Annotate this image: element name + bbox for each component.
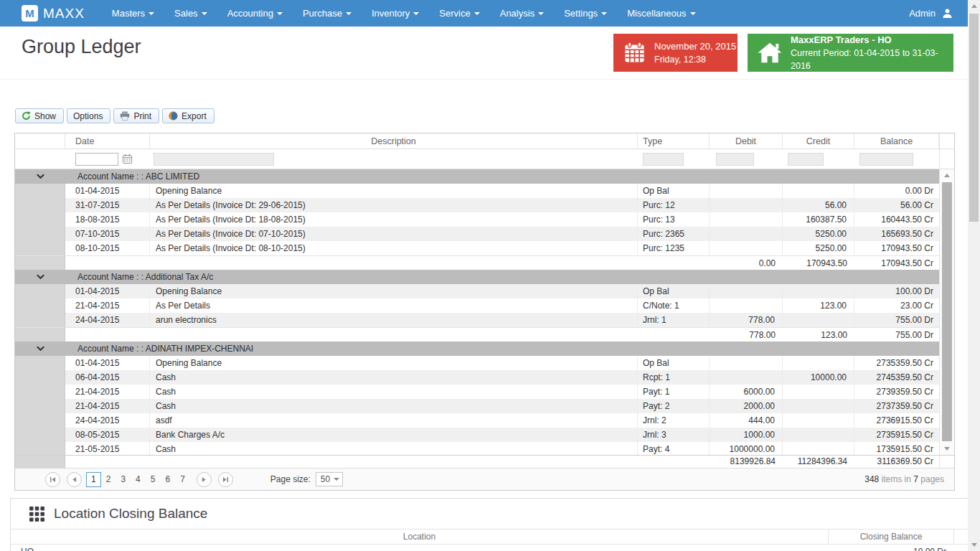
nav-item-sales[interactable]: Sales <box>164 0 217 27</box>
cell-credit: 5250.00 <box>783 227 854 241</box>
ledger-row[interactable]: 18-08-2015As Per Details (Invoice Dt: 18… <box>15 212 939 227</box>
ledger-row[interactable]: 24-04-2015arun electronicsJrnl: 1778.007… <box>15 313 939 327</box>
location-row[interactable]: HO10.00 Dr <box>11 545 969 551</box>
items-summary: 348 items in 7 pages <box>864 474 944 484</box>
cell-desc: As Per Details <box>150 298 638 313</box>
group-header-row[interactable]: Account Name : : Additional Tax A/c <box>15 270 939 284</box>
cell-expand <box>15 313 65 327</box>
cell-date: 18-08-2015 <box>65 212 150 227</box>
last-page-button[interactable] <box>218 472 233 487</box>
page-number-2[interactable]: 2 <box>101 472 116 487</box>
page-number-1[interactable]: 1 <box>86 472 101 487</box>
cell-debit: 6000.00 <box>710 385 783 399</box>
ledger-row[interactable]: 01-04-2015Opening BalanceOp Bal0.00 Dr <box>15 184 939 198</box>
ledger-row[interactable]: 21-04-2015As Per DetailsC/Note: 1123.002… <box>15 298 939 313</box>
group-header-row[interactable]: Account Name : : ADINATH IMPEX-CHENNAI <box>15 342 939 356</box>
ledger-row[interactable]: 08-10-2015As Per Details (Invoice Dt: 08… <box>15 241 939 255</box>
page-scroll-up-icon[interactable] <box>968 0 980 12</box>
balance-filter-input[interactable] <box>859 153 913 166</box>
app-logo[interactable]: M MAXX <box>22 5 85 22</box>
first-page-button[interactable] <box>45 472 60 487</box>
date-filter-input[interactable] <box>75 153 118 166</box>
page-scrollbar-thumb[interactable] <box>969 14 979 222</box>
nav-item-label: Purchase <box>303 8 342 19</box>
prev-page-button[interactable] <box>67 472 82 487</box>
cell-expand <box>15 184 65 198</box>
ledger-row[interactable]: 01-04-2015Opening BalanceOp Bal2735359.5… <box>15 356 939 370</box>
group-footer-row: 778.00123.00755.00 Dr <box>15 327 939 342</box>
description-filter-input[interactable] <box>154 153 274 166</box>
type-filter-input[interactable] <box>643 153 684 166</box>
page-number-5[interactable]: 5 <box>146 472 161 487</box>
print-button[interactable]: Print <box>113 108 159 123</box>
nav-item-accounting[interactable]: Accounting <box>217 0 293 27</box>
col-debit[interactable]: Debit <box>710 133 783 149</box>
ledger-row[interactable]: 01-04-2015Opening BalanceOp Bal100.00 Dr <box>15 284 939 298</box>
col-balance[interactable]: Balance <box>854 133 939 149</box>
cell-desc <box>150 255 638 270</box>
cell-type: Op Bal <box>638 284 710 298</box>
nav-item-service[interactable]: Service <box>429 0 489 27</box>
collapse-chevron-icon[interactable] <box>15 169 65 184</box>
user-menu[interactable]: Admin <box>909 8 953 19</box>
cell-expand <box>15 385 65 399</box>
next-page-button[interactable] <box>197 472 212 487</box>
page-size-select[interactable]: 50 <box>316 472 343 486</box>
nav-item-inventory[interactable]: Inventory <box>362 0 429 27</box>
nav-item-settings[interactable]: Settings <box>554 0 617 27</box>
show-button[interactable]: Show <box>15 108 64 123</box>
scroll-down-arrow-icon[interactable] <box>940 443 954 455</box>
col-closing-balance: Closing Balance <box>828 529 953 544</box>
location-name: HO <box>11 547 828 551</box>
ledger-row[interactable]: 06-04-2015CashRcpt: 110000.002745359.50 … <box>15 370 939 385</box>
cell-balance: 0.00 Dr <box>854 184 939 198</box>
ledger-row[interactable]: 08-05-2015Bank Charges A/cJrnl: 31000.00… <box>15 428 939 442</box>
debit-filter-input[interactable] <box>716 153 754 166</box>
printer-icon <box>120 111 130 121</box>
credit-filter-input[interactable] <box>788 153 824 166</box>
page-vertical-scrollbar <box>968 0 980 551</box>
header-divider <box>0 79 980 80</box>
page-number-4[interactable]: 4 <box>131 472 146 487</box>
cell-expand <box>15 356 65 370</box>
cell-date <box>65 327 150 342</box>
group-header-row[interactable]: Account Name : : ABC LIMITED <box>15 169 939 184</box>
options-button[interactable]: Options <box>67 108 110 123</box>
cell-date: 21-05-2015 <box>65 442 150 455</box>
col-credit[interactable]: Credit <box>783 133 854 149</box>
date-picker-icon[interactable] <box>122 154 133 164</box>
ledger-row[interactable]: 21-04-2015CashPayt: 16000.002739359.50 C… <box>15 385 939 399</box>
page-number-7[interactable]: 7 <box>175 472 190 487</box>
collapse-chevron-icon[interactable] <box>15 342 65 356</box>
ledger-row[interactable]: 21-04-2015CashPayt: 22000.002737359.50 C… <box>15 399 939 413</box>
cell-type: Purc: 1235 <box>638 241 710 255</box>
ledger-row[interactable]: 21-05-2015CashPayt: 41000000.001735915.5… <box>15 442 939 455</box>
nav-item-analysis[interactable]: Analysis <box>490 0 554 27</box>
cell-credit <box>783 184 854 198</box>
nav-item-miscellaneous[interactable]: Miscellaneous <box>617 0 705 27</box>
scroll-up-arrow-icon[interactable] <box>940 169 954 182</box>
cell-date: 08-10-2015 <box>65 241 150 255</box>
col-date[interactable]: Date <box>65 133 150 149</box>
col-description[interactable]: Description <box>150 133 638 149</box>
col-type[interactable]: Type <box>638 133 710 149</box>
cell-type: Op Bal <box>638 356 710 370</box>
ledger-row[interactable]: 07-10-2015As Per Details (Invoice Dt: 07… <box>15 227 939 241</box>
export-button[interactable]: Export <box>162 108 215 123</box>
collapse-chevron-icon[interactable] <box>15 270 65 284</box>
cell-credit: 123.00 <box>783 298 854 313</box>
grand-total-balance: 3116369.50 Cr <box>854 456 939 468</box>
cell-desc: Cash <box>150 399 638 413</box>
page-number-6[interactable]: 6 <box>160 472 175 487</box>
ledger-row[interactable]: 24-04-2015asdfJrnl: 2444.002736915.50 Cr <box>15 413 939 428</box>
page-number-3[interactable]: 3 <box>116 472 131 487</box>
page-scroll-down-icon[interactable] <box>968 539 980 551</box>
cell-desc: Cash <box>150 370 638 385</box>
nav-item-purchase[interactable]: Purchase <box>293 0 362 27</box>
grid-scrollbar-thumb[interactable] <box>942 182 952 441</box>
cell-type: Rcpt: 1 <box>638 370 710 385</box>
nav-item-masters[interactable]: Masters <box>102 0 164 27</box>
cell-debit: 0.00 <box>710 255 783 270</box>
ledger-row[interactable]: 31-07-2015As Per Details (Invoice Dt: 29… <box>15 198 939 212</box>
cell-date: 08-05-2015 <box>65 428 150 442</box>
